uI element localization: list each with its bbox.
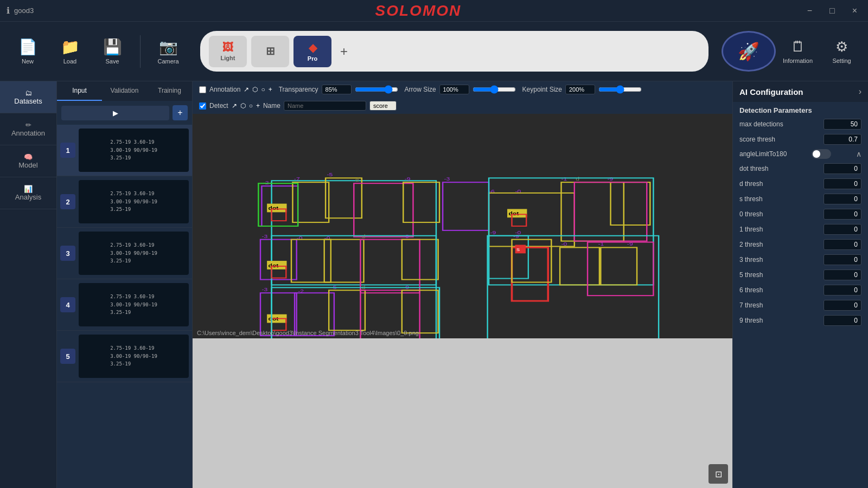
- svg-text:dot: dot: [269, 206, 279, 211]
- camera-button[interactable]: 📷 Camera: [149, 30, 187, 73]
- right-panel-header: AI Configuration ›: [733, 81, 868, 102]
- detect-poly-icon: ⬡: [240, 102, 246, 110]
- thumb-text-2: 2.75-19 3.60-193.00-19 90/90-193.25-19: [110, 190, 157, 213]
- svg-text:-9: -9: [627, 241, 633, 247]
- run-button[interactable]: 🚀: [722, 31, 776, 72]
- thumb-text-3: 2.75-19 3.60-193.00-19 90/90-193.25-19: [110, 241, 157, 265]
- sidebar-item-analysis[interactable]: 📊 Analysis: [0, 177, 56, 209]
- svg-rect-62: [267, 314, 286, 323]
- dThresh-input[interactable]: [824, 178, 861, 189]
- minimize-button[interactable]: −: [803, 4, 816, 18]
- load-button[interactable]: 📁 Load: [51, 30, 89, 73]
- svg-rect-36: [324, 240, 364, 282]
- svg-rect-6: [326, 178, 362, 218]
- twoThresh-input[interactable]: [824, 239, 861, 250]
- transparency-input[interactable]: [322, 85, 352, 94]
- detect-name-label: Name: [263, 102, 280, 110]
- left-sidebar: 🗂 Datasets ✏ Annotation 🧠 Model 📊 Analys…: [0, 81, 57, 488]
- transparency-slider[interactable]: [355, 85, 398, 94]
- nineThresh-input[interactable]: [824, 315, 861, 326]
- svg-text:dot: dot: [269, 262, 279, 268]
- max-detections-label: max detections: [739, 120, 783, 128]
- save-button[interactable]: 💾 Save: [93, 30, 131, 73]
- information-button[interactable]: 🗒 Information: [780, 30, 815, 73]
- analysis-label: Analysis: [4, 193, 52, 201]
- datasets-label: Datasets: [4, 97, 52, 105]
- svg-text:-1: -1: [561, 176, 567, 182]
- dataset-item-1[interactable]: 1 2.75-19 3.60-193.00-19 90/90-193.25-19: [57, 125, 192, 176]
- dataset-thumb-4: 2.75-19 3.60-193.00-19 90/90-193.25-19: [79, 283, 189, 326]
- rocket-icon: 🚀: [738, 41, 760, 62]
- oneThresh-input[interactable]: [824, 224, 861, 235]
- dataset-item-2[interactable]: 2 2.75-19 3.60-193.00-19 90/90-193.25-19: [57, 176, 192, 228]
- corner-icon: ⊡: [715, 469, 722, 479]
- sidebar-item-annotation[interactable]: ✏ Annotation: [0, 113, 56, 145]
- angle-limit-toggle[interactable]: [812, 149, 831, 159]
- dotThresh-input[interactable]: [824, 163, 861, 174]
- thumb-text-1: 2.75-19 3.60-193.00-19 90/90-193.25-19: [110, 138, 157, 162]
- annotation-checkbox[interactable]: [199, 86, 206, 93]
- dataset-thumb-1: 2.75-19 3.60-193.00-19 90/90-193.25-19: [79, 129, 189, 172]
- tab-light[interactable]: 🖼 Light: [209, 36, 247, 67]
- detect-name-input[interactable]: [284, 101, 366, 111]
- annotation-add-button[interactable]: +: [173, 105, 188, 120]
- tab-area: 🖼 Light ⊞ ◆ Pro +: [200, 31, 709, 72]
- tab-pro[interactable]: ◆ Pro: [293, 36, 331, 67]
- svg-text:d: d: [576, 176, 579, 182]
- tab-input[interactable]: Input: [57, 81, 102, 101]
- detect-label: Detect: [209, 102, 228, 110]
- sevenThresh-input[interactable]: [824, 300, 861, 311]
- svg-rect-21: [561, 182, 624, 241]
- keypointsize-slider[interactable]: [598, 85, 642, 94]
- svg-text:-3: -3: [444, 176, 450, 182]
- info-settings-area: 🗒 Information ⚙ Setting: [780, 30, 859, 73]
- fiveThresh-input[interactable]: [824, 269, 861, 280]
- maximize-button[interactable]: □: [825, 4, 839, 18]
- collapse-button[interactable]: ›: [859, 87, 861, 97]
- svg-text:d: d: [362, 284, 366, 290]
- detect-checkbox[interactable]: [199, 102, 206, 110]
- svg-rect-56: [601, 247, 637, 285]
- add-tab-button[interactable]: +: [336, 44, 352, 59]
- sidebar-item-datasets[interactable]: 🗂 Datasets: [0, 81, 56, 113]
- dataset-item-3[interactable]: 3 2.75-19 3.60-193.00-19 90/90-193.25-19: [57, 228, 192, 279]
- thumb-text-5: 2.75-19 3.60-193.00-19 90/90-193.25-19: [110, 344, 157, 368]
- canvas-image-area[interactable]: -2 -7 -5 d -9: [193, 114, 732, 338]
- arrowsize-slider[interactable]: [473, 85, 516, 94]
- transparency-group: Transparency: [279, 85, 398, 94]
- detect-score-input[interactable]: [369, 101, 397, 111]
- threeThresh-label: 3 thresh: [739, 256, 763, 264]
- threeThresh-input[interactable]: [824, 254, 861, 265]
- settings-button[interactable]: ⚙ Setting: [824, 30, 859, 73]
- max-detections-input[interactable]: [824, 119, 861, 130]
- sThresh-input[interactable]: [824, 194, 861, 204]
- new-button[interactable]: 📄 New: [9, 30, 47, 73]
- annotation-play-button[interactable]: ▶: [61, 106, 169, 120]
- svg-rect-16: [443, 182, 489, 230]
- svg-rect-4: [292, 182, 329, 222]
- sidebar-item-model[interactable]: 🧠 Model: [0, 145, 56, 177]
- dataset-item-4[interactable]: 4 2.75-19 3.60-193.00-19 90/90-193.25-19: [57, 279, 192, 331]
- tab-validation[interactable]: Validation: [102, 81, 147, 101]
- settings-icon: ⚙: [835, 38, 848, 55]
- filepath: C:\Users\vince_dem\Desktop\good3\Instanc…: [197, 330, 419, 336]
- svg-rect-15: [272, 209, 286, 221]
- angle-limit-expand[interactable]: ∧: [856, 150, 861, 158]
- close-button[interactable]: ×: [848, 4, 861, 18]
- svg-text:-0: -0: [324, 235, 330, 241]
- score-thresh-input[interactable]: [824, 134, 861, 145]
- tab-training[interactable]: Training: [147, 81, 192, 101]
- keypointsize-input[interactable]: [565, 85, 595, 94]
- arrowsize-input[interactable]: [439, 85, 469, 94]
- fiveThresh-row: 5 thresh: [733, 267, 868, 282]
- detect-plus-icon: +: [256, 102, 260, 110]
- dotThresh-label: dot thresh: [739, 165, 768, 172]
- dataset-item-5[interactable]: 5 2.75-19 3.60-193.00-19 90/90-193.25-19: [57, 331, 192, 382]
- svg-text:-0: -0: [515, 229, 521, 235]
- tab-crop[interactable]: ⊞: [251, 36, 289, 67]
- zeroThresh-input[interactable]: [824, 209, 861, 220]
- svg-rect-12: [258, 183, 298, 226]
- sixThresh-input[interactable]: [824, 285, 861, 296]
- canvas-corner-button[interactable]: ⊡: [709, 464, 728, 484]
- model-icon: 🧠: [4, 153, 52, 161]
